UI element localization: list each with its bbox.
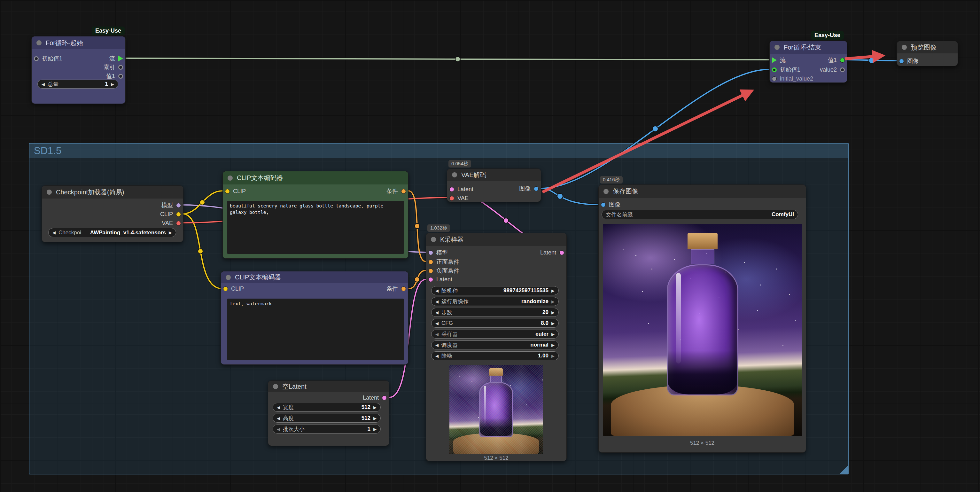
node-vae-decode[interactable]: 0.054秒 VAE解码 Latent 图像 VAE [447,169,541,202]
increment-icon[interactable]: ▶ [551,288,555,293]
slot-dot-icon[interactable] [176,221,181,226]
node-titlebar[interactable]: VAE解码 [447,169,541,181]
group-resize-handle[interactable] [840,465,848,474]
slot-dot-icon[interactable] [428,260,433,264]
input-slot-latent[interactable]: Latent [449,185,473,193]
next-checkpoint-icon[interactable]: ▶ [169,230,172,235]
node-titlebar[interactable]: 预览图像 [897,41,958,53]
node-titlebar[interactable]: CLIP文本编码器 [223,171,408,185]
widget-batch-size[interactable]: ◀ 批次大小 1 ▶ [273,425,381,433]
slot-dot-icon[interactable] [449,187,454,192]
input-slot-image[interactable]: 图像 [899,57,919,65]
node-empty-latent[interactable]: 空Latent Latent ◀ 宽度 512 ▶ ◀ 高度 512 ▶ ◀ 批… [268,381,389,446]
node-titlebar[interactable]: K采样器 [426,233,566,246]
slot-dot-icon[interactable] [118,74,123,79]
widget-filename-prefix[interactable]: 文件名前缀 ComfyUI [601,210,798,219]
input-slot-vae[interactable]: VAE [449,194,469,202]
node-clip-encode-negative[interactable]: CLIP文本编码器 CLIP 条件 text, watermark [221,271,409,365]
widget-sampler-name[interactable]: ◀ 采样器 euler ▶ [431,330,559,339]
output-slot-index[interactable]: 索引 [103,63,123,71]
increment-icon[interactable]: ▶ [551,353,555,358]
reroute-dot-flow[interactable] [455,57,460,62]
node-titlebar[interactable]: For循环-结束 [770,41,847,54]
slot-dot-icon[interactable] [449,196,454,201]
reroute-dot-image-loop[interactable] [652,126,658,132]
output-slot-latent[interactable]: Latent [363,394,387,401]
input-slot-flow[interactable]: 流 [772,56,786,64]
output-slot-vae[interactable]: VAE [162,219,181,227]
node-ksampler[interactable]: 1.032秒 K采样器 模型 Latent 正面条件 负面条件 Latent ◀… [426,233,567,461]
widget-height[interactable]: ◀ 高度 512 ▶ [273,414,381,423]
output-slot-latent[interactable]: Latent [540,249,564,256]
output-slot-model[interactable]: 模型 [161,201,181,209]
input-slot-latent[interactable]: Latent [428,275,452,283]
slot-dot-icon[interactable] [840,67,845,72]
next-option-icon[interactable]: ▶ [551,299,555,304]
increment-icon[interactable]: ▶ [551,310,555,315]
node-titlebar[interactable]: Checkpoint加载器(简易) [42,186,183,199]
node-graph-canvas[interactable]: SD1.5 [0,0,980,492]
slot-dot-icon[interactable] [401,189,406,194]
reroute-dot-preview[interactable] [869,57,875,63]
slot-dot-icon[interactable] [899,59,904,64]
slot-dot-icon[interactable] [225,189,230,194]
slot-dot-icon[interactable] [601,202,606,207]
output-slot-value1[interactable]: 值1 [106,72,123,80]
node-checkpoint-loader[interactable]: Checkpoint加载器(简易) 模型 CLIP VAE ◀ Checkpoi… [41,185,183,242]
decrement-icon[interactable]: ◀ [277,416,280,421]
output-slot-conditioning[interactable]: 条件 [387,285,406,293]
node-clip-encode-positive[interactable]: CLIP文本编码器 CLIP 条件 beautiful scenery natu… [223,171,409,259]
slot-dot-icon[interactable] [772,67,777,72]
widget-steps[interactable]: ◀ 步数 20 ▶ [431,308,559,317]
node-preview-image[interactable]: 预览图像 图像 [897,41,958,66]
slot-dot-icon[interactable] [772,76,777,81]
increment-icon[interactable]: ▶ [111,82,114,87]
decrement-icon[interactable]: ◀ [277,427,280,431]
widget-checkpoint-name[interactable]: ◀ Checkpoi… AWPainting_v1.4.safetensors … [48,228,176,237]
output-slot-clip[interactable]: CLIP [160,210,181,218]
widget-width[interactable]: ◀ 宽度 512 ▶ [273,403,381,412]
prev-option-icon[interactable]: ◀ [435,343,439,347]
widget-seed[interactable]: ◀ 随机种 989742597115535 ▶ [431,286,559,295]
increment-icon[interactable]: ▶ [373,416,377,421]
decrement-icon[interactable]: ◀ [41,82,45,87]
input-slot-clip[interactable]: CLIP [225,187,246,195]
next-option-icon[interactable]: ▶ [551,332,555,337]
decrement-icon[interactable]: ◀ [277,405,280,410]
output-slot-value2[interactable]: value2 [820,66,845,73]
node-titlebar[interactable]: For循环-起始 [32,37,125,49]
output-slot-value1[interactable]: 值1 [828,56,845,64]
widget-control-after-generate[interactable]: ◀ 运行后操作 randomize ▶ [431,297,559,306]
input-slot-positive[interactable]: 正面条件 [428,258,459,266]
slot-dot-icon[interactable] [840,58,845,63]
flow-arrow-icon[interactable] [772,57,777,63]
decrement-icon[interactable]: ◀ [435,353,439,358]
slot-dot-icon[interactable] [428,250,433,255]
slot-dot-icon[interactable] [34,56,39,61]
slot-dot-icon[interactable] [118,65,123,70]
increment-icon[interactable]: ▶ [551,321,555,326]
input-slot-image[interactable]: 图像 [601,201,620,209]
output-slot-conditioning[interactable]: 条件 [387,187,406,195]
input-slot-clip[interactable]: CLIP [223,285,244,293]
widget-scheduler[interactable]: ◀ 调度器 normal ▶ [431,341,559,349]
input-slot-model[interactable]: 模型 [428,249,448,256]
slot-dot-icon[interactable] [382,395,387,400]
flow-arrow-icon[interactable] [118,56,123,61]
prev-option-icon[interactable]: ◀ [435,299,439,304]
slot-dot-icon[interactable] [428,269,433,273]
node-titlebar[interactable]: CLIP文本编码器 [221,271,408,283]
node-titlebar[interactable]: 空Latent [268,381,389,392]
negative-prompt-textarea[interactable]: text, watermark [227,299,404,360]
input-slot-initial-value1[interactable]: 初始值1 [34,55,62,62]
prev-checkpoint-icon[interactable]: ◀ [52,230,56,235]
slot-dot-icon[interactable] [428,277,433,282]
input-slot-initial-value2[interactable]: initial_value2 [772,75,813,83]
next-option-icon[interactable]: ▶ [551,343,555,347]
decrement-icon[interactable]: ◀ [435,310,439,315]
prev-option-icon[interactable]: ◀ [435,332,439,337]
decrement-icon[interactable]: ◀ [435,321,439,326]
slot-dot-icon[interactable] [176,212,181,217]
input-slot-negative[interactable]: 负面条件 [428,267,459,275]
node-titlebar[interactable]: 保存图像 [599,185,806,198]
